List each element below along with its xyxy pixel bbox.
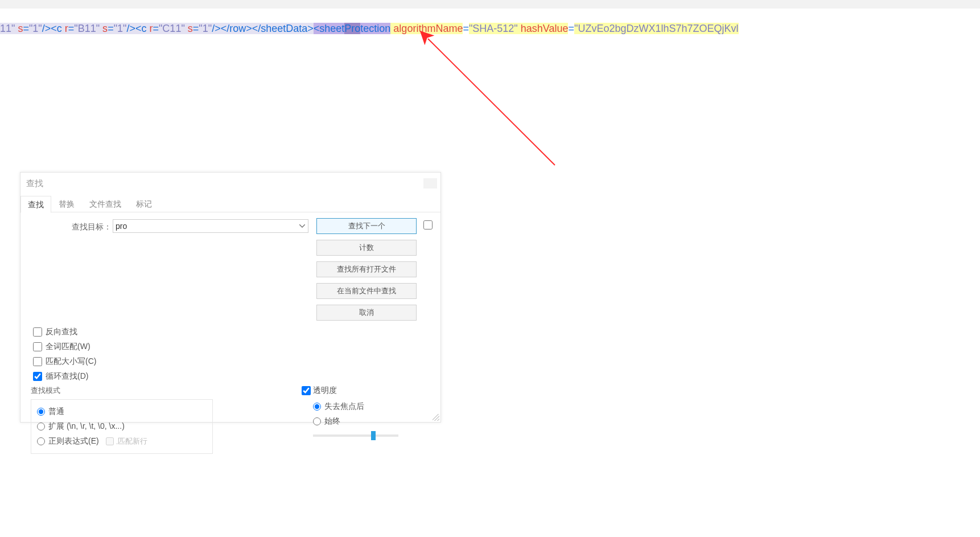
find-target-label: 查找目标： [72,222,112,232]
trans-always-label: 始终 [324,416,340,427]
mode-regex-label: 正则表达式(E) [48,436,99,446]
code-token: s [185,23,193,34]
tab-find[interactable]: 查找 [20,196,51,213]
code-token: "SHA-512" [469,23,518,34]
match-case-label: 匹配大小写(C) [46,356,96,367]
top-grey-bar [0,0,980,9]
code-token: "UZvEo2bgDzWX1lhS7h7ZOEQjKvl [574,23,739,34]
find-all-open-button[interactable]: 查找所有打开文件 [316,261,417,277]
dialog-tabs: 查找 替换 文件查找 标记 [20,195,440,212]
whole-word-checkbox[interactable] [33,342,42,351]
find-dialog: 查找 查找 替换 文件查找 标记 查找目标： 查找下一个 计数 查找所有打开文件… [20,172,441,423]
match-case-checkbox[interactable] [33,357,42,366]
code-token: /><c [126,23,149,34]
transparency-checkbox[interactable] [302,386,311,395]
tab-replace[interactable]: 替换 [51,195,82,212]
code-token: s [15,23,23,34]
code-token: = [108,23,114,34]
search-mode-title: 查找模式 [31,386,213,396]
mode-normal-radio[interactable] [37,408,45,416]
search-mode-group: 查找模式 普通 扩展 (\n, \r, \t, \0, \x...) 正则表达式… [31,386,213,454]
option-whole-word[interactable]: 全词匹配(W) [33,339,96,354]
code-token: "1" [29,23,42,34]
top-aux-checkbox[interactable] [423,220,433,229]
dialog-body: 查找目标： 查找下一个 计数 查找所有打开文件 在当前文件中查找 取消 反向查找… [20,214,440,422]
match-newline-label: 匹配新行 [118,436,147,446]
code-token: "1" [199,23,212,34]
highlight-match: tection [360,23,390,34]
match-newline-checkbox[interactable] [106,437,114,445]
dialog-title: 查找 [26,178,43,189]
highlight-match-focus: Pro [344,23,360,34]
search-mode-box: 普通 扩展 (\n, \r, \t, \0, \x...) 正则表达式(E) .… [31,399,213,454]
transparency-always[interactable]: 始终 [313,414,421,429]
option-match-case[interactable]: 匹配大小写(C) [33,354,96,369]
code-token: = [68,23,75,34]
code-token: = [463,23,469,34]
code-token: "B11" [74,23,100,34]
count-button[interactable]: 计数 [316,240,417,256]
trans-lose-focus-radio[interactable] [313,403,321,411]
option-reverse[interactable]: 反向查找 [33,325,96,339]
cancel-button[interactable]: 取消 [316,305,417,321]
wrap-checkbox[interactable] [33,372,42,381]
resize-grip[interactable] [433,414,439,421]
code-token: /></row></sheetData> [212,23,314,34]
find-options: 反向查找 全词匹配(W) 匹配大小写(C) 循环查找(D) [33,325,96,384]
highlight-match: <sheet [314,23,345,34]
mode-extended[interactable]: 扩展 (\n, \r, \t, \0, \x...) [37,419,207,434]
transparency-on-lose-focus[interactable]: 失去焦点后 [313,399,421,414]
find-target-input[interactable] [113,219,308,233]
mode-regex-radio[interactable] [37,437,45,445]
match-newline-option[interactable]: . 匹配新行 [106,436,148,446]
chevron-down-icon [299,224,305,228]
trans-lose-focus-label: 失去焦点后 [324,401,364,412]
transparency-slider-thumb[interactable] [371,431,376,440]
find-target-dropdown[interactable] [296,219,308,233]
code-token: = [153,23,159,34]
code-line[interactable]: 11" s="1"/><c r="B11" s="1"/><c r="C11" … [0,22,980,35]
mode-extended-label: 扩展 (\n, \r, \t, \0, \x...) [48,421,125,432]
code-token: "C11" [159,23,185,34]
code-token: = [23,23,29,34]
mode-normal-label: 普通 [48,407,64,417]
transparency-toggle[interactable]: 透明度 [302,386,421,396]
transparency-label: 透明度 [313,386,337,396]
code-token: "1" [114,23,127,34]
reverse-checkbox[interactable] [33,327,42,337]
code-token: 11" [0,23,15,34]
code-token: = [568,23,574,34]
whole-word-label: 全词匹配(W) [46,342,90,352]
find-in-current-button[interactable]: 在当前文件中查找 [316,283,417,299]
close-button[interactable] [423,178,437,188]
reverse-label: 反向查找 [46,327,77,337]
code-token: s [100,23,108,34]
transparency-box: 失去焦点后 始终 [302,399,421,437]
action-buttons: 查找下一个 计数 查找所有打开文件 在当前文件中查找 取消 [316,218,417,326]
wrap-label: 循环查找(D) [46,371,88,382]
mode-extended-radio[interactable] [37,423,45,431]
code-token: = [193,23,199,34]
transparency-slider[interactable] [313,434,398,437]
mode-regex[interactable]: 正则表达式(E) . 匹配新行 [37,434,207,449]
find-next-button[interactable]: 查找下一个 [316,218,417,234]
mode-normal[interactable]: 普通 [37,404,207,419]
tab-mark[interactable]: 标记 [129,195,159,212]
tab-file-find[interactable]: 文件查找 [82,195,129,212]
transparency-group: 透明度 失去焦点后 始终 [302,386,421,437]
svg-line-0 [428,39,555,165]
trans-always-radio[interactable] [313,417,321,425]
code-token: /><c [42,23,65,34]
code-token: algorithmName [390,23,463,34]
code-token: hashValue [518,23,569,34]
option-wrap[interactable]: 循环查找(D) [33,369,96,384]
